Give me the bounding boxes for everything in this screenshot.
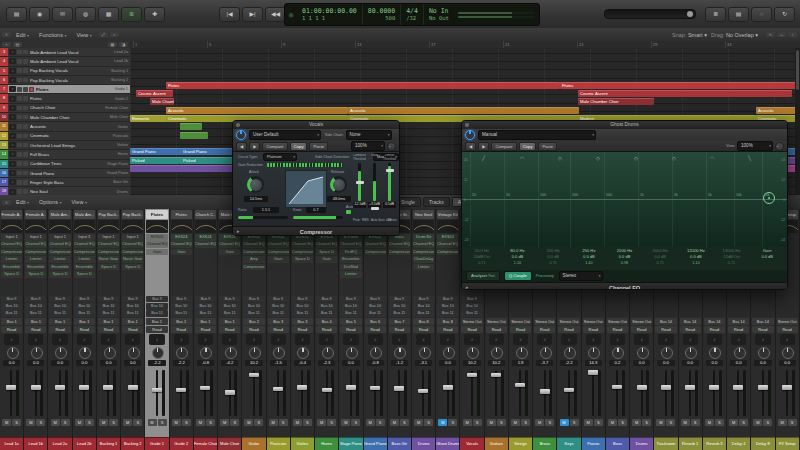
mute-button[interactable]	[17, 50, 22, 55]
fader-cap[interactable]	[297, 385, 307, 390]
output-slot[interactable]: Bus 2	[243, 318, 264, 325]
solo-button[interactable]	[23, 115, 28, 120]
library-icon[interactable]: ▤	[6, 7, 27, 22]
fader-cap[interactable]	[418, 389, 428, 394]
fader-cap[interactable]	[31, 385, 41, 390]
eq-thumbnail[interactable]	[49, 220, 70, 233]
preset-dropdown[interactable]: User Default	[249, 130, 321, 140]
mute-button[interactable]: M	[632, 419, 641, 426]
automation-mode-slot[interactable]: Read	[316, 326, 337, 333]
attack-value[interactable]: 10.5ms	[244, 196, 268, 202]
eq-thumbnail[interactable]	[171, 220, 192, 233]
channel-strip-name[interactable]: Male Am..	[49, 210, 70, 219]
fader-cap[interactable]	[103, 385, 113, 390]
pan-knob[interactable]	[242, 346, 265, 360]
compare-button[interactable]: Compare	[262, 142, 287, 151]
volume-readout[interactable]: 10.2	[488, 360, 505, 366]
volume-fader[interactable]	[194, 368, 217, 418]
mute-button[interactable]: M	[656, 419, 665, 426]
send-slot[interactable]: Bus 10	[461, 303, 482, 309]
output-slot[interactable]: Bus 14	[655, 318, 676, 325]
pan-knob[interactable]	[170, 346, 193, 360]
fader-track[interactable]	[388, 163, 392, 201]
channel-strip-name[interactable]: Male Am..	[74, 210, 95, 219]
output-slot[interactable]: Stereo Out	[486, 318, 507, 325]
link-icon[interactable]: ◔	[387, 142, 396, 151]
solo-button[interactable]	[23, 189, 28, 194]
audio-fx-slot[interactable]: Channel EQ	[389, 241, 410, 248]
fader-cap[interactable]	[370, 386, 380, 391]
send-slot[interactable]: Bus 11	[413, 310, 434, 316]
eq-thumbnail[interactable]	[413, 220, 434, 233]
solo-button[interactable]: S	[570, 419, 579, 426]
channel-strip-name[interactable]: Church C..	[195, 210, 216, 219]
output-slot[interactable]: Bus 8	[437, 318, 458, 325]
mute-button[interactable]: M	[51, 419, 60, 426]
output-slot[interactable]: Bus 14	[680, 318, 701, 325]
track-hide-icon[interactable]: ◨	[119, 42, 128, 47]
output-slot[interactable]: Bus 6	[365, 318, 386, 325]
automation-mode-slot[interactable]: Read	[704, 326, 725, 333]
arrange-menu-edit[interactable]: Edit ▾	[16, 32, 29, 38]
automation-mode-slot[interactable]: Read	[219, 326, 240, 333]
band-q[interactable]: 0.71	[464, 260, 500, 266]
region[interactable]: Picked	[181, 157, 233, 164]
channel-strip[interactable]: FlutesEXS24Channel EQGainBus 9Bus 10Bus …	[170, 209, 194, 450]
solo-button[interactable]: S	[691, 419, 700, 426]
audio-fx-slot[interactable]: Channel EQ	[437, 241, 458, 248]
channel-strip-label[interactable]: Lead 1b	[24, 437, 47, 450]
volume-fader[interactable]	[436, 368, 459, 418]
audio-fx-slot[interactable]: Gain	[146, 249, 167, 256]
solo-button[interactable]: S	[545, 419, 554, 426]
send-slot[interactable]: Bus 10	[74, 303, 95, 309]
audio-fx-slot[interactable]: Compressor	[292, 249, 313, 256]
channel-strip-label[interactable]: Delay 8	[751, 437, 774, 450]
fader-value[interactable]: 0.5dB	[383, 202, 396, 208]
channel-strip-label[interactable]: Bass Gtr	[388, 437, 411, 450]
send-slot[interactable]: Bus 10	[365, 303, 386, 309]
mute-button[interactable]: M	[220, 419, 229, 426]
automation-mode-slot[interactable]: Read	[413, 326, 434, 333]
send-slot[interactable]: Bus 9	[340, 296, 361, 302]
channel-strip-label[interactable]: Guitars	[485, 437, 508, 450]
view-size-dropdown[interactable]: 100%	[351, 141, 385, 151]
arrange-vertical-scrollbar[interactable]	[795, 48, 800, 195]
input-slot[interactable]: Input 1	[1, 234, 22, 241]
channel-strip[interactable]: AcousticEXS24Channel EQCompressorAmpComp…	[242, 209, 266, 450]
mixer-tab-tracks[interactable]: Tracks	[423, 197, 450, 207]
output-slot[interactable]: Stereo Out	[583, 318, 604, 325]
audio-fx-slot[interactable]: Noise Gate	[98, 256, 119, 263]
audio-fx-slot[interactable]: Gain	[268, 256, 289, 263]
channel-strip[interactable]: Female A..Input 1Channel EQCompressorLim…	[24, 209, 48, 450]
mute-button[interactable]	[17, 152, 22, 157]
channel-strip[interactable]: CinematicEXS24Channel EQCompressionGainB…	[267, 209, 291, 450]
automation-mode-slot[interactable]: Read	[486, 326, 507, 333]
fader-cap[interactable]	[709, 385, 719, 390]
output-slot[interactable]: Stereo Out	[777, 318, 798, 325]
send-slot[interactable]: Bus 11	[1, 310, 22, 316]
send-slot[interactable]: Bus 9	[268, 296, 289, 302]
plugin-power-button[interactable]	[465, 130, 475, 140]
send-slot[interactable]: Bus 9	[74, 296, 95, 302]
drag-menu[interactable]: Drag: No Overlap ▾	[711, 32, 758, 38]
output-slot[interactable]: Bus 1	[49, 318, 70, 325]
solo-button[interactable]	[23, 59, 28, 64]
mute-button[interactable]	[17, 87, 22, 92]
channel-strip-label[interactable]: Pizzicato	[267, 437, 290, 450]
fader-cap[interactable]	[443, 385, 453, 390]
volume-readout[interactable]: 0.0	[51, 360, 68, 366]
fader-track[interactable]	[358, 163, 362, 201]
fader-cap[interactable]	[540, 389, 550, 394]
fader-cap[interactable]	[176, 388, 186, 393]
channel-strip-label[interactable]: Guide 1	[145, 437, 168, 450]
fader-cap[interactable]	[758, 385, 768, 390]
pan-knob[interactable]	[703, 346, 726, 360]
volume-readout[interactable]: 0.0	[633, 360, 650, 366]
automation-mode-slot[interactable]: Read	[461, 326, 482, 333]
send-slot[interactable]: Bus 10	[146, 303, 167, 309]
audio-fx-slot[interactable]: Compressor	[98, 249, 119, 256]
eq-band-readout[interactable]: 250 Hz0.0 dB1.40	[571, 248, 607, 270]
track-header[interactable]: 8♪FlutesGuide 2	[0, 94, 130, 103]
output-slot[interactable]: Bus 14	[728, 318, 749, 325]
audio-fx-slot[interactable]: Compressor	[25, 249, 46, 256]
